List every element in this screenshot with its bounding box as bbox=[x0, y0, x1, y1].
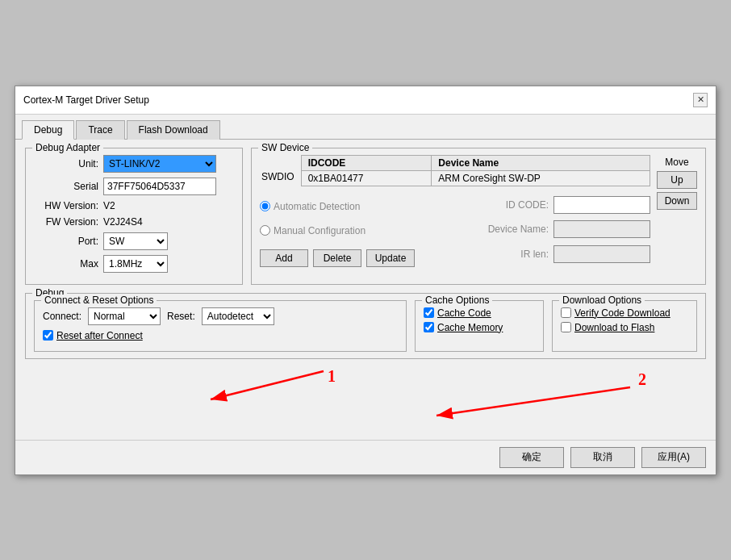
port-select[interactable]: SW bbox=[103, 232, 168, 250]
device-name-label-sw: Device Name: bbox=[484, 224, 549, 235]
debug-adapter-group: Debug Adapter Unit: ST-LINK/V2 Serial HW… bbox=[25, 148, 243, 285]
id-code-input[interactable] bbox=[553, 196, 650, 214]
tab-debug[interactable]: Debug bbox=[22, 120, 74, 140]
swdio-label: SWDIO bbox=[260, 169, 296, 184]
auto-detection-label[interactable]: Automatic Detection bbox=[260, 201, 360, 212]
download-options-box: Download Options Verify Code Download Do… bbox=[552, 300, 697, 352]
delete-button[interactable]: Delete bbox=[313, 249, 361, 267]
unit-label: Unit: bbox=[34, 158, 98, 169]
reset-select[interactable]: Autodetect bbox=[202, 307, 274, 325]
ir-len-input[interactable] bbox=[553, 245, 650, 263]
device-name-row: Device Name: bbox=[484, 220, 650, 238]
annotation-arrows: 1 2 bbox=[25, 367, 706, 432]
debug-adapter-title: Debug Adapter bbox=[32, 142, 103, 153]
connect-select[interactable]: Normal bbox=[88, 307, 161, 325]
serial-input[interactable] bbox=[103, 178, 216, 195]
fw-version-label: FW Version: bbox=[34, 216, 98, 228]
cell-idcode: 0x1BA01477 bbox=[301, 170, 432, 186]
reset-after-connect-checkbox[interactable] bbox=[43, 330, 53, 341]
ir-len-label: IR len: bbox=[484, 249, 549, 260]
fw-version-value: V2J24S4 bbox=[103, 216, 143, 228]
cache-code-checkbox[interactable] bbox=[424, 307, 434, 318]
verify-code-row: Verify Code Download bbox=[561, 307, 688, 319]
id-code-label: ID CODE: bbox=[484, 199, 549, 211]
main-window: Cortex-M Target Driver Setup ✕ Debug Tra… bbox=[15, 86, 716, 475]
cache-memory-checkbox[interactable] bbox=[424, 322, 434, 332]
download-flash-label: Download to Flash bbox=[574, 322, 654, 333]
col-idcode: IDCODE bbox=[301, 155, 432, 170]
apply-button[interactable]: 应用(A) bbox=[641, 447, 706, 468]
sw-move-buttons: Move Up Down bbox=[657, 155, 697, 267]
sw-buttons: Add Delete Update bbox=[260, 249, 415, 267]
connect-row: Connect: Normal Reset: Autodetect bbox=[43, 307, 398, 325]
cache-code-row: Cache Code bbox=[424, 307, 535, 319]
max-label: Max bbox=[34, 258, 98, 270]
manual-config-row: Manual Configuration Device Name: bbox=[260, 220, 650, 241]
move-up-button[interactable]: Up bbox=[657, 171, 697, 189]
cache-memory-row: Cache Memory bbox=[424, 322, 535, 333]
sw-device-group: SW Device SWDIO IDCODE Device Name bbox=[251, 148, 706, 285]
svg-line-4 bbox=[437, 387, 630, 416]
unit-select[interactable]: ST-LINK/V2 bbox=[103, 155, 216, 173]
sw-left: SWDIO IDCODE Device Name bbox=[260, 155, 650, 267]
cache-code-label: Cache Code bbox=[437, 307, 491, 319]
debug-inner: Connect & Reset Options Connect: Normal … bbox=[34, 300, 697, 352]
manual-config-radio[interactable] bbox=[260, 225, 270, 236]
table-row: 0x1BA01477 ARM CoreSight SW-DP bbox=[301, 170, 650, 186]
tab-trace[interactable]: Trace bbox=[76, 120, 124, 140]
cache-memory-label: Cache Memory bbox=[437, 322, 503, 333]
serial-label: Serial bbox=[34, 181, 98, 192]
debug-section: Debug Connect & Reset Options Connect: N… bbox=[25, 293, 706, 359]
port-label: Port: bbox=[34, 236, 98, 247]
serial-row: Serial bbox=[34, 178, 234, 195]
top-sections: Debug Adapter Unit: ST-LINK/V2 Serial HW… bbox=[25, 148, 706, 285]
manual-config-label[interactable]: Manual Configuration bbox=[260, 225, 366, 236]
max-select[interactable]: 1.8MHz bbox=[103, 255, 168, 273]
title-bar: Cortex-M Target Driver Setup ✕ bbox=[15, 86, 716, 115]
hw-version-label: HW Version: bbox=[34, 200, 98, 211]
port-row: Port: SW bbox=[34, 232, 234, 250]
ok-button[interactable]: 确定 bbox=[499, 447, 564, 468]
hw-version-row: HW Version: V2 bbox=[34, 200, 234, 211]
auto-detection-radio[interactable] bbox=[260, 201, 270, 211]
move-label: Move bbox=[657, 157, 697, 168]
move-down-button[interactable]: Down bbox=[657, 192, 697, 210]
connect-reset-title: Connect & Reset Options bbox=[41, 295, 157, 306]
update-button[interactable]: Update bbox=[366, 249, 415, 267]
connect-reset-box: Connect & Reset Options Connect: Normal … bbox=[34, 300, 407, 352]
cell-device-name: ARM CoreSight SW-DP bbox=[432, 170, 650, 186]
download-options-title: Download Options bbox=[559, 295, 645, 306]
connect-label: Connect: bbox=[43, 311, 81, 322]
ir-len-row: IR len: bbox=[484, 245, 650, 263]
unit-row: Unit: ST-LINK/V2 bbox=[34, 155, 234, 173]
add-button[interactable]: Add bbox=[260, 249, 308, 267]
tab-bar: Debug Trace Flash Download bbox=[15, 115, 716, 140]
auto-detection-row: Automatic Detection ID CODE: bbox=[260, 196, 650, 217]
svg-text:2: 2 bbox=[638, 370, 646, 388]
reset-label: Reset: bbox=[167, 311, 195, 322]
svg-line-2 bbox=[211, 371, 324, 399]
sw-table: IDCODE Device Name 0x1BA01477 ARM CoreSi… bbox=[301, 155, 650, 186]
cancel-button[interactable]: 取消 bbox=[570, 447, 635, 468]
verify-code-checkbox[interactable] bbox=[561, 307, 571, 318]
sw-device-inner: SWDIO IDCODE Device Name bbox=[260, 155, 697, 267]
hw-version-value: V2 bbox=[103, 200, 115, 211]
col-device-name: Device Name bbox=[432, 155, 650, 170]
close-button[interactable]: ✕ bbox=[693, 93, 708, 107]
annotation-area: 1 2 bbox=[25, 367, 706, 432]
window-title: Cortex-M Target Driver Setup bbox=[23, 94, 149, 106]
max-row: Max 1.8MHz bbox=[34, 255, 234, 273]
download-flash-checkbox[interactable] bbox=[561, 322, 571, 332]
id-code-row: ID CODE: bbox=[484, 196, 650, 214]
main-content: Debug Adapter Unit: ST-LINK/V2 Serial HW… bbox=[15, 140, 716, 440]
cache-options-box: Cache Options Cache Code Cache Memory bbox=[415, 300, 544, 352]
tab-flash-download[interactable]: Flash Download bbox=[127, 120, 220, 140]
device-name-input[interactable] bbox=[553, 220, 650, 238]
footer: 确定 取消 应用(A) bbox=[15, 440, 716, 474]
sw-device-title: SW Device bbox=[258, 142, 312, 153]
cache-options-title: Cache Options bbox=[422, 295, 492, 306]
reset-after-connect-label: Reset after Connect bbox=[56, 330, 143, 341]
fw-version-row: FW Version: V2J24S4 bbox=[34, 216, 234, 228]
svg-text:1: 1 bbox=[328, 367, 336, 385]
reset-after-connect-row: Reset after Connect bbox=[43, 330, 398, 341]
